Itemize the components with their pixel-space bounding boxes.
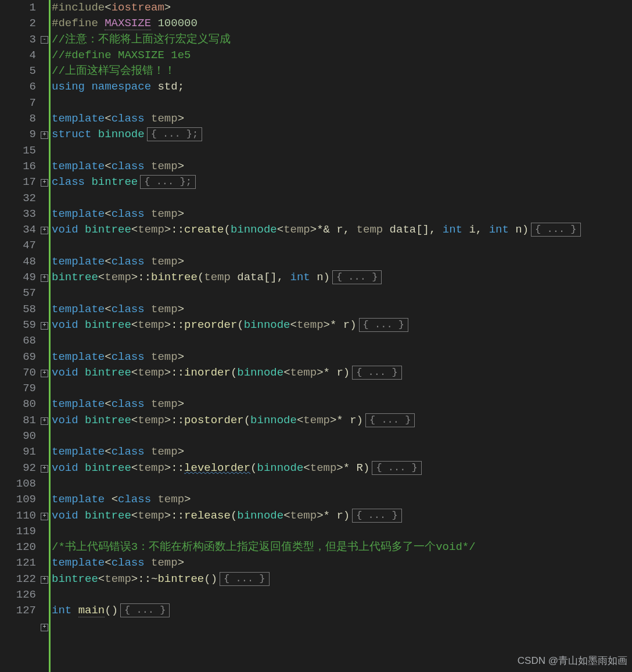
code-line	[52, 238, 632, 253]
code-line: void bintree<temp>::create(binnode<temp>…	[52, 222, 632, 238]
fold-expand-icon[interactable]: +	[41, 227, 48, 234]
code-line: #include<iostream>	[52, 0, 632, 16]
code-line: template<class temp>	[52, 349, 632, 365]
watermark: CSDN @青山如墨雨如画	[518, 653, 627, 669]
line-number: 109	[0, 492, 42, 507]
line-number: 90	[0, 428, 42, 444]
line-number: 80	[0, 396, 42, 412]
code-line: void bintree<temp>::preorder(binnode<tem…	[52, 317, 632, 333]
code-line	[52, 381, 632, 396]
line-number: 119	[0, 524, 42, 539]
line-number: 110	[0, 508, 42, 524]
fold-expand-icon[interactable]: +	[41, 274, 48, 282]
line-number: 5	[0, 63, 42, 79]
fold-expand-icon[interactable]: +	[41, 322, 48, 330]
line-number: 7	[0, 95, 42, 111]
fold-expand-icon[interactable]: +	[41, 417, 48, 425]
fold-placeholder[interactable]: { ... };	[140, 175, 196, 189]
code-line: template<class temp>	[52, 206, 632, 222]
line-number: 127	[0, 603, 42, 619]
line-number: 120	[0, 539, 42, 555]
code-line: using namespace std;	[52, 79, 632, 95]
code-editor[interactable]: 1234567891516173233344748495758596869707…	[0, 0, 632, 672]
fold-column: -+++++++++++	[42, 0, 49, 672]
fold-placeholder[interactable]: { ... }	[120, 603, 170, 617]
line-number: 108	[0, 476, 42, 492]
fold-placeholder[interactable]: { ... }	[352, 366, 401, 380]
code-line: void bintree<temp>::inorder(binnode<temp…	[52, 365, 632, 381]
code-line: template<class temp>	[52, 396, 632, 412]
code-line: void bintree<temp>::postorder(binnode<te…	[52, 413, 632, 428]
fold-placeholder[interactable]: { ... }	[352, 509, 401, 523]
line-number: 121	[0, 555, 42, 571]
fold-placeholder[interactable]: { ... };	[147, 127, 203, 141]
code-line: struct binnode{ ... };	[52, 127, 632, 142]
fold-placeholder[interactable]: { ... }	[220, 572, 269, 586]
line-number: 91	[0, 444, 42, 460]
code-line	[52, 143, 632, 159]
code-line	[52, 191, 632, 206]
code-line: //注意：不能将上面这行宏定义写成	[52, 32, 632, 48]
code-line: void bintree<temp>::levelorder(binnode<t…	[52, 460, 632, 476]
code-line: template<class temp>	[52, 302, 632, 317]
fold-placeholder[interactable]: { ... }	[332, 270, 382, 284]
line-number: 34	[0, 222, 42, 238]
code-line: bintree<temp>::bintree(temp data[], int …	[52, 270, 632, 285]
line-number: 48	[0, 254, 42, 270]
line-number: 69	[0, 349, 42, 365]
line-number: 79	[0, 381, 42, 396]
line-number: 6	[0, 79, 42, 95]
code-line: void bintree<temp>::release(binnode<temp…	[52, 508, 632, 524]
line-number: 47	[0, 238, 42, 253]
code-line: template<class temp>	[52, 159, 632, 174]
fold-expand-icon[interactable]: +	[41, 179, 48, 187]
fold-placeholder[interactable]: { ... }	[365, 413, 415, 427]
code-line: template<class temp>	[52, 254, 632, 270]
code-area[interactable]: #include<iostream> #define MAXSIZE 10000…	[51, 0, 632, 672]
fold-expand-icon[interactable]: +	[41, 513, 48, 520]
fold-expand-icon[interactable]: +	[41, 131, 48, 139]
code-line	[52, 95, 632, 111]
line-number: 17	[0, 174, 42, 190]
line-number: 81	[0, 413, 42, 428]
code-line	[52, 428, 632, 444]
line-number: 92	[0, 460, 42, 476]
line-number: 57	[0, 285, 42, 301]
code-line: template<class temp>	[52, 444, 632, 460]
code-line: //#define MAXSIZE 1e5	[52, 48, 632, 63]
line-number: 33	[0, 206, 42, 222]
line-number: 58	[0, 302, 42, 317]
line-number: 15	[0, 143, 42, 159]
code-line: //上面这样写会报错！！	[52, 63, 632, 79]
code-line: template <class temp>	[52, 492, 632, 507]
code-line	[52, 587, 632, 603]
line-number: 126	[0, 587, 42, 603]
fold-expand-icon[interactable]: +	[41, 465, 48, 473]
line-number-gutter: 1234567891516173233344748495758596869707…	[0, 0, 42, 672]
line-number: 2	[0, 16, 42, 31]
line-number: 32	[0, 191, 42, 206]
fold-placeholder[interactable]: { ... }	[372, 461, 421, 475]
line-number: 68	[0, 333, 42, 349]
line-number: 3	[0, 32, 42, 48]
fold-expand-icon[interactable]: +	[41, 624, 48, 631]
code-line: #define MAXSIZE 100000	[52, 16, 632, 31]
fold-expand-icon[interactable]: +	[41, 576, 48, 584]
fold-expand-icon[interactable]: +	[41, 370, 48, 377]
line-number: 1	[0, 0, 42, 16]
code-line	[52, 333, 632, 349]
fold-placeholder[interactable]: { ... }	[359, 318, 408, 332]
line-number: 59	[0, 317, 42, 333]
line-number: 8	[0, 111, 42, 127]
line-number: 4	[0, 48, 42, 63]
code-line: int main(){ ... }	[52, 603, 632, 619]
line-number: 9	[0, 127, 42, 142]
fold-placeholder[interactable]: { ... }	[531, 223, 580, 237]
fold-collapse-icon[interactable]: -	[41, 36, 48, 44]
code-line: class bintree{ ... };	[52, 174, 632, 190]
code-line: bintree<temp>::~bintree(){ ... }	[52, 571, 632, 587]
code-line: /*书上代码错误3：不能在析构函数上指定返回值类型，但是书上代码多了一个void…	[52, 539, 632, 555]
line-number: 122	[0, 571, 42, 587]
line-number: 70	[0, 365, 42, 381]
line-number: 16	[0, 159, 42, 174]
